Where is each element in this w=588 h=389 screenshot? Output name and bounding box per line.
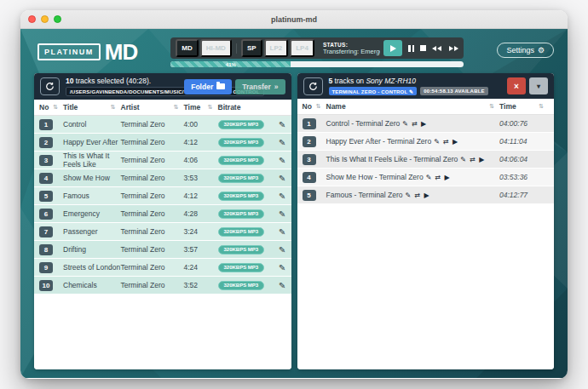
- track-time: 4:12: [184, 138, 218, 146]
- mode-button-hi-md[interactable]: HI-MD: [200, 39, 232, 57]
- local-track-row[interactable]: 6EmergencyTerminal Zero4:28320KBPS MP3✎: [34, 205, 291, 223]
- disc-title-badge[interactable]: TERMINAL ZERO - CONTROL ✎: [329, 87, 418, 95]
- local-track-row[interactable]: 8DriftingTerminal Zero3:57320KBPS MP3✎: [34, 241, 291, 259]
- row-action-icons[interactable]: ✎ ⇄ ▶: [460, 156, 485, 163]
- transfer-progress-bar: 41%: [170, 61, 464, 67]
- track-artist: Terminal Zero: [121, 227, 184, 236]
- track-artist: Terminal Zero: [121, 192, 184, 200]
- track-number-badge: 10: [39, 280, 53, 291]
- edit-track-icon[interactable]: ✎: [271, 245, 286, 255]
- top-toolbar: PLATINUM MD MDHI-MDSPLP2LP4 STATUS: Tran…: [20, 29, 568, 70]
- row-action-icons[interactable]: ✎ ⇄ ▶: [406, 192, 430, 199]
- track-number-badge: 5: [303, 190, 316, 201]
- local-tracks-panel: 10 tracks selected (40:28). /USERS/GAVIN…: [34, 73, 291, 369]
- pause-button[interactable]: [408, 45, 414, 52]
- local-track-row[interactable]: 10ChemicalsTerminal Zero3:52320KBPS MP3✎: [34, 277, 291, 295]
- logo-platinum-text: PLATINUM: [37, 43, 101, 60]
- device-track-row[interactable]: 3This Is What It Feels Like - Terminal Z…: [297, 151, 555, 169]
- device-options-dropdown[interactable]: ▾: [529, 77, 548, 94]
- edit-track-icon[interactable]: ✎: [271, 227, 286, 237]
- track-time: 04:11:04: [499, 137, 549, 146]
- column-header-artist[interactable]: Artist⇅: [121, 103, 184, 112]
- local-summary-block: 10 tracks selected (40:28). /USERS/GAVIN…: [66, 77, 178, 96]
- track-time: 3:52: [184, 281, 218, 289]
- track-artist: Terminal Zero: [121, 120, 184, 129]
- bitrate-badge: 320KBPS MP3: [218, 138, 265, 147]
- bitrate-badge: 320KBPS MP3: [218, 281, 265, 290]
- edit-track-icon[interactable]: ✎: [271, 192, 286, 201]
- edit-track-icon[interactable]: ✎: [271, 209, 286, 219]
- local-track-row[interactable]: 1ControlTerminal Zero4:00320KBPS MP3✎: [34, 116, 291, 134]
- track-time: 4:00: [184, 120, 218, 129]
- settings-button[interactable]: Settings ⚙: [497, 43, 554, 58]
- refresh-local-button[interactable]: [40, 77, 60, 95]
- fast-forward-button[interactable]: [448, 46, 458, 51]
- column-header-time[interactable]: Time⇅: [499, 102, 549, 111]
- transfer-button[interactable]: Transfer »: [235, 79, 285, 94]
- edit-track-icon[interactable]: ✎: [271, 120, 286, 129]
- device-track-row[interactable]: 4Show Me How - Terminal Zero✎ ⇄ ▶03:53:3…: [297, 169, 555, 186]
- edit-track-icon[interactable]: ✎: [271, 263, 286, 272]
- local-track-row[interactable]: 9Streets of LondonTerminal Zero4:24320KB…: [34, 259, 291, 277]
- play-button[interactable]: [383, 40, 402, 56]
- local-track-row[interactable]: 7PassengerTerminal Zero3:24320KBPS MP3✎: [34, 223, 291, 241]
- local-track-row[interactable]: 3This Is What It Feels LikeTerminal Zero…: [34, 152, 291, 169]
- local-track-row[interactable]: 2Happy Ever AfterTerminal Zero4:12320KBP…: [34, 134, 291, 152]
- local-track-row[interactable]: 5FamousTerminal Zero4:12320KBPS MP3✎: [34, 187, 291, 205]
- edit-track-icon[interactable]: ✎: [271, 174, 286, 183]
- transport-controls: [383, 40, 458, 56]
- bitrate-badge: 320KBPS MP3: [218, 245, 265, 255]
- status-label: STATUS:: [323, 42, 380, 48]
- mode-button-lp2[interactable]: LP2: [264, 39, 289, 57]
- window-title: platinum-md: [20, 15, 568, 24]
- mode-button-md[interactable]: MD: [176, 39, 198, 57]
- refresh-device-button[interactable]: [303, 77, 323, 95]
- edit-track-icon[interactable]: ✎: [271, 281, 286, 290]
- mode-button-lp4[interactable]: LP4: [290, 39, 314, 57]
- close-icon: ×: [514, 82, 519, 91]
- device-track-row[interactable]: 5Famous - Terminal Zero✎ ⇄ ▶04:12:77: [297, 186, 555, 204]
- column-header-no[interactable]: No⇅: [303, 102, 326, 111]
- row-action-icons[interactable]: ✎ ⇄ ▶: [434, 138, 458, 146]
- column-header-title[interactable]: Title⇅: [63, 103, 121, 112]
- device-badge-row: TERMINAL ZERO - CONTROL ✎ 00:54:58.13 AV…: [329, 87, 502, 95]
- row-action-icons[interactable]: ✎ ⇄ ▶: [402, 120, 427, 128]
- track-number-badge: 1: [39, 119, 53, 130]
- local-panel-actions: Folder Transfer »: [184, 79, 285, 94]
- device-track-row[interactable]: 2Happy Ever After - Terminal Zero✎ ⇄ ▶04…: [297, 133, 555, 151]
- sort-icon: ⇅: [316, 103, 321, 110]
- erase-disc-button[interactable]: ×: [507, 77, 526, 94]
- track-time: 4:12: [184, 192, 218, 200]
- app-logo: PLATINUM MD: [37, 41, 137, 63]
- local-table-body: 1ControlTerminal Zero4:00320KBPS MP3✎2Ha…: [34, 116, 291, 369]
- track-time: 3:24: [184, 227, 218, 236]
- column-header-no[interactable]: No⇅: [39, 103, 63, 112]
- sort-icon: ⇅: [539, 103, 544, 110]
- stop-icon: [420, 45, 426, 51]
- stop-button[interactable]: [420, 45, 426, 51]
- device-panel-actions: × ▾: [507, 77, 548, 94]
- edit-track-icon[interactable]: ✎: [271, 156, 286, 165]
- control-bar: MDHI-MDSPLP2LP4 STATUS: Transferring: Em…: [170, 37, 464, 59]
- device-tracks-panel: 5 tracks on Sony MZ-RH10 TERMINAL ZERO -…: [297, 73, 555, 369]
- bitrate-badge: 320KBPS MP3: [218, 192, 265, 201]
- track-title: Happy Ever After: [63, 138, 121, 146]
- rewind-button[interactable]: [432, 46, 442, 51]
- folder-button[interactable]: Folder: [184, 79, 232, 94]
- mode-button-sp[interactable]: SP: [241, 39, 262, 57]
- track-time: 3:53: [184, 174, 218, 182]
- refresh-icon: [45, 82, 55, 91]
- chevrons-right-icon: »: [274, 83, 279, 91]
- column-header-time[interactable]: Time⇅: [184, 103, 218, 112]
- track-name: Happy Ever After - Terminal Zero✎ ⇄ ▶: [326, 137, 500, 146]
- row-action-icons[interactable]: ✎ ⇄ ▶: [426, 174, 451, 181]
- device-track-row[interactable]: 1Control - Terminal Zero✎ ⇄ ▶04:00:76: [297, 115, 555, 133]
- edit-track-icon[interactable]: ✎: [271, 138, 286, 147]
- track-name: Show Me How - Terminal Zero✎ ⇄ ▶: [326, 173, 500, 181]
- local-track-row[interactable]: 4Show Me HowTerminal Zero3:53320KBPS MP3…: [34, 169, 291, 187]
- bitrate-badge: 320KBPS MP3: [218, 227, 265, 237]
- track-artist: Terminal Zero: [121, 263, 184, 272]
- track-number-badge: 4: [303, 172, 316, 183]
- app-body: PLATINUM MD MDHI-MDSPLP2LP4 STATUS: Tran…: [20, 29, 568, 378]
- column-header-name[interactable]: Name⇅: [326, 102, 500, 111]
